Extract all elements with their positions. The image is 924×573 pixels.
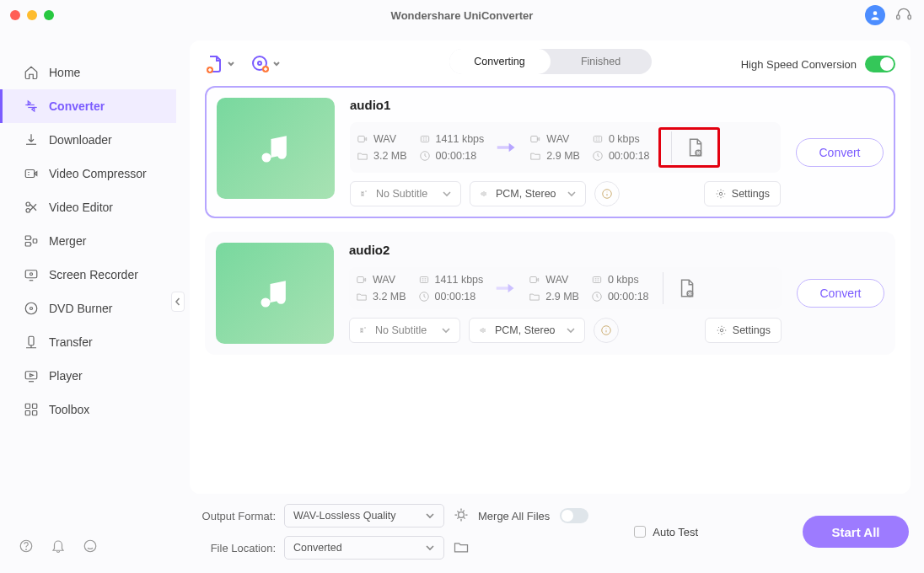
sidebar-item-label: Transfer xyxy=(49,335,93,349)
add-dvd-button[interactable] xyxy=(250,54,281,74)
file-thumbnail[interactable] xyxy=(216,243,334,344)
toolbox-icon xyxy=(24,402,39,417)
chevron-down-icon xyxy=(425,543,435,553)
hsc-toggle[interactable] xyxy=(865,56,895,72)
main-panel: High Speed Conversion audio1 WAV 1411 kb… xyxy=(190,40,911,494)
svg-point-5 xyxy=(26,209,30,213)
bitrate-icon xyxy=(419,133,431,145)
sidebar-item-compressor[interactable]: Video Compressor xyxy=(0,157,176,190)
window-controls xyxy=(10,10,54,20)
tab-converting[interactable]: Converting xyxy=(449,49,551,74)
merge-toggle[interactable] xyxy=(560,508,588,523)
add-file-button[interactable] xyxy=(205,54,235,74)
svg-rect-35 xyxy=(357,277,364,283)
sidebar-item-label: DVD Burner xyxy=(49,302,112,315)
output-settings-button[interactable] xyxy=(679,131,711,163)
auto-test-checkbox[interactable] xyxy=(634,526,646,538)
codec-dropdown[interactable]: PCM, Stereo xyxy=(469,318,585,343)
hsc-label: High Speed Conversion xyxy=(741,58,857,71)
clock-icon xyxy=(592,150,604,162)
svg-rect-6 xyxy=(25,236,30,240)
sidebar-item-label: Video Compressor xyxy=(49,167,147,180)
open-folder-icon[interactable] xyxy=(453,538,470,558)
music-icon xyxy=(256,275,293,312)
settings-button[interactable]: Settings xyxy=(705,318,782,343)
file-location-select[interactable]: Converted xyxy=(284,536,444,560)
music-icon xyxy=(257,130,294,167)
svg-rect-26 xyxy=(358,137,365,142)
convert-button[interactable]: Convert xyxy=(797,279,884,308)
sidebar-item-label: Video Editor xyxy=(49,201,113,214)
svg-rect-30 xyxy=(594,137,601,142)
info-button[interactable] xyxy=(594,181,620,206)
video-icon xyxy=(529,133,541,145)
maximize-window[interactable] xyxy=(44,10,54,20)
status-tabs: Converting Finished xyxy=(449,49,652,74)
feedback-icon[interactable] xyxy=(83,538,98,556)
sidebar-item-dvd[interactable]: DVD Burner xyxy=(0,292,176,325)
sidebar-item-label: Downloader xyxy=(49,133,112,147)
sidebar-item-transfer[interactable]: Transfer xyxy=(0,325,176,359)
svg-rect-9 xyxy=(25,270,37,278)
minimize-window[interactable] xyxy=(27,10,37,20)
folder-icon xyxy=(529,150,541,162)
svg-rect-36 xyxy=(420,277,427,283)
svg-rect-29 xyxy=(531,137,538,142)
add-dvd-icon xyxy=(250,54,271,74)
file-thumbnail[interactable] xyxy=(217,98,335,199)
user-avatar[interactable] xyxy=(865,5,885,25)
sidebar-item-converter[interactable]: Converter xyxy=(0,89,176,123)
chevron-down-icon xyxy=(442,189,452,199)
dvd-icon xyxy=(24,301,39,316)
sidebar-item-editor[interactable]: Video Editor xyxy=(0,190,176,224)
svg-point-4 xyxy=(26,202,30,206)
sidebar-item-merger[interactable]: Merger xyxy=(0,224,176,258)
bell-icon[interactable] xyxy=(51,538,66,556)
svg-point-43 xyxy=(720,329,723,332)
file-card: audio1 WAV 1411 kbps 3.2 MB 00:00:18 WA xyxy=(205,86,895,218)
info-button[interactable] xyxy=(594,318,619,343)
subtitle-dropdown[interactable]: No Subtitle xyxy=(349,318,460,343)
svg-point-20 xyxy=(26,549,27,550)
downloader-icon xyxy=(24,132,39,147)
svg-rect-1 xyxy=(897,14,900,19)
subtitle-dropdown[interactable]: No Subtitle xyxy=(350,181,461,206)
sidebar-item-downloader[interactable]: Downloader xyxy=(0,123,176,157)
svg-rect-7 xyxy=(25,243,30,247)
codec-dropdown[interactable]: PCM, Stereo xyxy=(470,181,586,206)
output-settings-icon[interactable] xyxy=(453,506,470,526)
arrow-icon xyxy=(492,280,520,297)
help-icon[interactable] xyxy=(19,538,34,556)
support-icon[interactable] xyxy=(895,6,912,25)
sidebar-item-toolbox[interactable]: Toolbox xyxy=(0,393,176,426)
merger-icon xyxy=(24,233,39,249)
gear-icon xyxy=(715,188,727,200)
output-settings-highlight xyxy=(658,127,720,168)
svg-rect-8 xyxy=(33,239,37,244)
sidebar-item-label: Merger xyxy=(49,234,86,248)
svg-rect-13 xyxy=(29,336,34,345)
svg-rect-38 xyxy=(530,277,537,283)
sidebar-item-label: Screen Recorder xyxy=(49,268,138,281)
output-settings-button[interactable] xyxy=(670,272,702,304)
settings-button[interactable]: Settings xyxy=(704,181,781,206)
sidebar-item-home[interactable]: Home xyxy=(0,56,176,89)
app-title: Wondershare UniConverter xyxy=(0,9,924,22)
chevron-down-icon xyxy=(567,189,577,199)
close-window[interactable] xyxy=(10,10,20,20)
convert-button[interactable]: Convert xyxy=(796,138,884,167)
start-all-button[interactable]: Start All xyxy=(803,516,909,548)
sidebar: Home Converter Downloader Video Compress… xyxy=(0,30,176,573)
editor-icon xyxy=(24,200,39,215)
tab-finished[interactable]: Finished xyxy=(551,49,652,74)
svg-point-10 xyxy=(30,273,33,276)
output-format-select[interactable]: WAV-Lossless Quality xyxy=(284,504,444,527)
footer: Output Format: WAV-Lossless Quality Merg… xyxy=(191,504,909,560)
svg-rect-3 xyxy=(25,170,35,178)
sidebar-item-player[interactable]: Player xyxy=(0,359,176,393)
svg-point-34 xyxy=(719,192,723,195)
svg-rect-27 xyxy=(421,137,428,142)
svg-rect-39 xyxy=(593,277,600,283)
auto-test-label: Auto Test xyxy=(653,526,698,538)
sidebar-item-recorder[interactable]: Screen Recorder xyxy=(0,258,176,292)
